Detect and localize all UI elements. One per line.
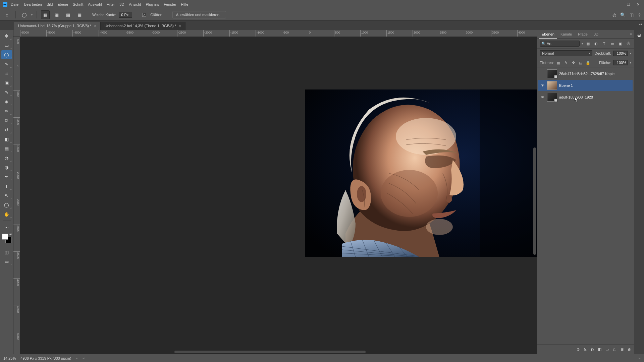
layer-thumbnail[interactable] bbox=[547, 81, 557, 90]
lock-all-icon[interactable]: 🔒 bbox=[585, 61, 591, 65]
layer-row[interactable]: 👁adult-1852908_1920 bbox=[538, 92, 633, 103]
adjustment-icon[interactable]: ◧ bbox=[598, 347, 601, 352]
tab-3d[interactable]: 3D bbox=[591, 31, 601, 39]
dodge-tool[interactable]: ◑ bbox=[1, 163, 12, 172]
type-tool[interactable]: T bbox=[1, 182, 12, 190]
select-and-mask-button[interactable]: Auswählen und maskieren... bbox=[172, 11, 226, 18]
menu-fenster[interactable]: Fenster bbox=[164, 2, 176, 6]
foreground-background-colors[interactable]: ⇄ bbox=[2, 234, 11, 243]
canvas-scrollbar-vertical[interactable] bbox=[533, 147, 536, 255]
lock-transparency-icon[interactable]: ▩ bbox=[556, 61, 561, 65]
status-scroll-left-icon[interactable]: ◂ bbox=[83, 356, 85, 360]
layer-thumbnail[interactable] bbox=[547, 69, 557, 78]
zoom-level[interactable]: 14,25% bbox=[3, 356, 16, 360]
status-scroll-right-icon[interactable]: ▸ bbox=[639, 356, 641, 360]
filter-toggle-icon[interactable]: ⏻ bbox=[625, 41, 631, 47]
filter-pixel-icon[interactable]: ▩ bbox=[585, 41, 591, 47]
layer-filter-field[interactable]: 🔍 Art bbox=[540, 41, 580, 47]
lock-position-icon[interactable]: ✥ bbox=[571, 61, 576, 65]
menu-filter[interactable]: Filter bbox=[107, 2, 115, 6]
document-canvas[interactable] bbox=[20, 37, 537, 354]
clone-stamp-tool[interactable]: ⧉ bbox=[1, 116, 12, 125]
foreground-color-swatch[interactable] bbox=[2, 234, 8, 240]
tab-paths[interactable]: Pfade bbox=[575, 31, 590, 39]
close-tab-icon[interactable]: × bbox=[94, 24, 96, 28]
layer-visibility-toggle[interactable]: 👁 bbox=[540, 83, 545, 87]
blur-tool[interactable]: ◔ bbox=[1, 154, 12, 162]
document-tab[interactable]: Unbenannt-2 bei 14,3% (Ebene 1, RGB/8) *… bbox=[101, 22, 185, 30]
screen-mode-toggle[interactable]: ▭ bbox=[1, 257, 12, 266]
mask-icon[interactable]: ◐ bbox=[591, 347, 594, 352]
path-select-tool[interactable]: ↖ bbox=[1, 191, 12, 200]
tab-layers[interactable]: Ebenen bbox=[539, 31, 557, 39]
close-tab-icon[interactable]: × bbox=[179, 24, 181, 28]
menu-bild[interactable]: Bild bbox=[47, 2, 53, 6]
lasso-tool[interactable]: ◯ bbox=[1, 50, 12, 59]
status-more-icon[interactable]: ▸ bbox=[76, 356, 78, 360]
filter-shape-icon[interactable]: ▭ bbox=[609, 41, 615, 47]
properties-panel-icon[interactable]: ◒ bbox=[637, 33, 641, 37]
menu-ansicht[interactable]: Ansicht bbox=[129, 2, 141, 6]
menu-3d[interactable]: 3D bbox=[119, 2, 124, 6]
crop-tool[interactable]: ⌗ bbox=[1, 69, 12, 78]
frame-tool[interactable]: ▣ bbox=[1, 78, 12, 87]
window-maximize[interactable]: ❐ bbox=[625, 2, 632, 7]
antialias-checkbox[interactable] bbox=[142, 13, 146, 17]
layer-name[interactable]: 26ab471dd8dc52...7828df7 Kopie bbox=[559, 72, 631, 76]
workspace-icon[interactable]: ◫ bbox=[630, 13, 634, 17]
filter-type-icon[interactable]: T bbox=[601, 41, 607, 47]
feather-field[interactable]: 0 Px bbox=[119, 12, 132, 18]
window-close[interactable]: ✕ bbox=[635, 2, 641, 7]
tab-channels[interactable]: Kanäle bbox=[558, 31, 575, 39]
tool-preset-icon[interactable]: ◯ bbox=[20, 10, 29, 19]
filter-adjust-icon[interactable]: ◐ bbox=[593, 41, 599, 47]
folder-icon[interactable]: 🗀 bbox=[613, 348, 616, 352]
canvas-scrollbar-horizontal[interactable] bbox=[174, 351, 366, 353]
selection-add-icon[interactable]: ▦ bbox=[52, 10, 61, 19]
link-icon[interactable]: ⊘ bbox=[577, 347, 580, 352]
swap-colors-icon[interactable]: ⇄ bbox=[9, 233, 12, 236]
blend-mode-dropdown[interactable]: Normal ▾ bbox=[540, 50, 592, 56]
brush-tool[interactable]: ✏ bbox=[1, 107, 12, 115]
hand-tool[interactable]: ✋ bbox=[1, 210, 12, 219]
layer-row[interactable]: 26ab471dd8dc52...7828df7 Kopie bbox=[538, 68, 633, 79]
share-icon[interactable]: ⇪ bbox=[638, 13, 641, 17]
delete-icon[interactable]: 🗑 bbox=[628, 348, 631, 352]
menu-auswahl[interactable]: Auswahl bbox=[88, 2, 102, 6]
fx-icon[interactable]: fx bbox=[584, 348, 587, 352]
window-minimize[interactable]: — bbox=[616, 2, 623, 7]
marquee-tool[interactable]: ▭ bbox=[1, 41, 12, 50]
layer-name[interactable]: Ebene 1 bbox=[559, 83, 631, 87]
menu-ebene[interactable]: Ebene bbox=[57, 2, 68, 6]
quick-select-tool[interactable]: ✎ bbox=[1, 60, 12, 68]
ruler-horizontal[interactable]: -5000-5000-4500-4000-3500-3000-2500-2000… bbox=[20, 30, 537, 37]
menu-hilfe[interactable]: Hilfe bbox=[181, 2, 188, 6]
move-tool[interactable]: ✥ bbox=[1, 32, 12, 40]
search-icon[interactable]: 🔍 bbox=[620, 13, 626, 17]
history-brush-tool[interactable]: ↺ bbox=[1, 125, 12, 134]
selection-intersect-icon[interactable]: ▦ bbox=[75, 10, 84, 19]
eyedropper-tool[interactable]: ✎ bbox=[1, 88, 12, 97]
edit-toolbar[interactable]: ⋯ bbox=[1, 223, 12, 232]
document-tab[interactable]: Unbenannt-1 bei 18,7% (Gruppe 1, RGB/8) … bbox=[14, 22, 101, 30]
opacity-field[interactable]: 100% bbox=[613, 51, 628, 56]
group-icon[interactable]: ▭ bbox=[605, 347, 609, 352]
panel-menu-icon[interactable]: ≡ bbox=[630, 32, 632, 36]
ruler-origin[interactable] bbox=[13, 30, 20, 37]
new-layer-icon[interactable]: ⊞ bbox=[621, 347, 624, 352]
selection-subtract-icon[interactable]: ▦ bbox=[64, 10, 72, 19]
layer-thumbnail[interactable] bbox=[547, 93, 557, 102]
lock-pixels-icon[interactable]: ✎ bbox=[563, 61, 569, 65]
gradient-tool[interactable]: ▤ bbox=[1, 144, 12, 153]
layer-visibility-toggle[interactable]: 👁 bbox=[540, 95, 545, 99]
pen-tool[interactable]: ✒ bbox=[1, 172, 12, 181]
healing-brush-tool[interactable]: ⊕ bbox=[1, 97, 12, 106]
menu-bearbeiten[interactable]: Bearbeiten bbox=[24, 2, 42, 6]
menu-schrift[interactable]: Schrift bbox=[73, 2, 83, 6]
layer-row[interactable]: 👁Ebene 1 bbox=[538, 80, 633, 91]
quick-mask-toggle[interactable]: ◫ bbox=[1, 248, 12, 256]
expand-panels-icon[interactable]: ◂◂ bbox=[639, 22, 642, 26]
ruler-vertical[interactable]: -500050010001500200025003000350040004500… bbox=[13, 37, 20, 354]
menu-plug-ins[interactable]: Plug-ins bbox=[146, 2, 159, 6]
eraser-tool[interactable]: ◧ bbox=[1, 135, 12, 143]
